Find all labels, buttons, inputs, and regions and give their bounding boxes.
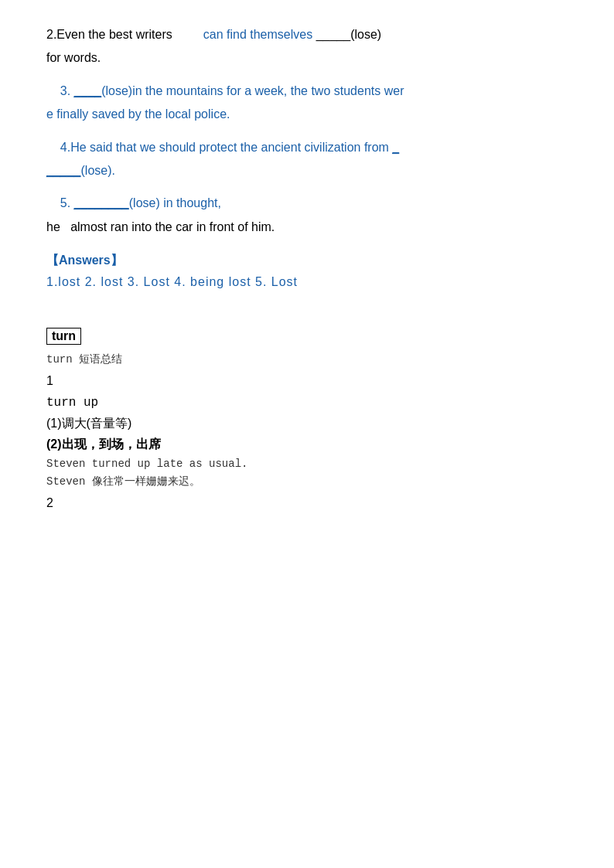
answers-content: 1.lost 2. lost 3. Lost 4. being lost 5. … — [46, 275, 568, 289]
sentence2-middle: can find themselves — [203, 28, 312, 41]
sentence2-suffix: (lose) — [350, 28, 381, 41]
sentence3-continuation: e finally saved by the local police. — [46, 103, 568, 126]
sentence4-line1: 4.He said that we should protect the anc… — [46, 136, 568, 159]
answers-section: 【Answers】 1.lost 2. lost 3. Lost 4. bein… — [46, 253, 568, 289]
turn-number-1: 1 — [46, 374, 568, 388]
sentence2-continuation: for words. — [46, 46, 568, 70]
turn-number-2: 2 — [46, 496, 568, 510]
sentence2-prefix: 2.Even the best writers — [46, 28, 172, 41]
turn-example-1-zh: Steven 像往常一样姗姗来迟。 — [46, 475, 568, 488]
exercise-sentence-2: 2.Even the best writers can find themsel… — [46, 23, 568, 70]
answers-header: 【Answers】 — [46, 253, 568, 269]
turn-summary: turn 短语总结 — [46, 352, 568, 366]
sentence4-line2: _____(lose). — [46, 159, 568, 182]
sentence2-blank: _____ — [316, 28, 351, 41]
turn-section: turn turn 短语总结 1 turn up (1)调大(音量等) (2)出… — [46, 328, 568, 510]
turn-meaning-1-1: (1)调大(音量等) — [46, 416, 568, 432]
sentence2-text: 2.Even the best writers can find themsel… — [46, 23, 568, 46]
sentence3-text: 3. ____(lose)in the mountains for a week… — [46, 80, 568, 103]
turn-example-1-en: Steven turned up late as usual. — [46, 458, 568, 470]
exercise-sentence-3: 3. ____(lose)in the mountains for a week… — [46, 80, 568, 127]
sentence5-line2: he almost ran into the car in front of h… — [46, 216, 568, 239]
turn-box-label: turn — [46, 328, 81, 345]
exercise-sentence-5: 5. ________(lose) in thought, he almost … — [46, 192, 568, 239]
exercise-sentence-4: 4.He said that we should protect the anc… — [46, 136, 568, 183]
turn-meaning-1-2: (2)出现，到场，出席 — [46, 437, 568, 453]
turn-phrase-1: turn up — [46, 396, 568, 410]
sentence5-line1: 5. ________(lose) in thought, — [46, 192, 568, 215]
